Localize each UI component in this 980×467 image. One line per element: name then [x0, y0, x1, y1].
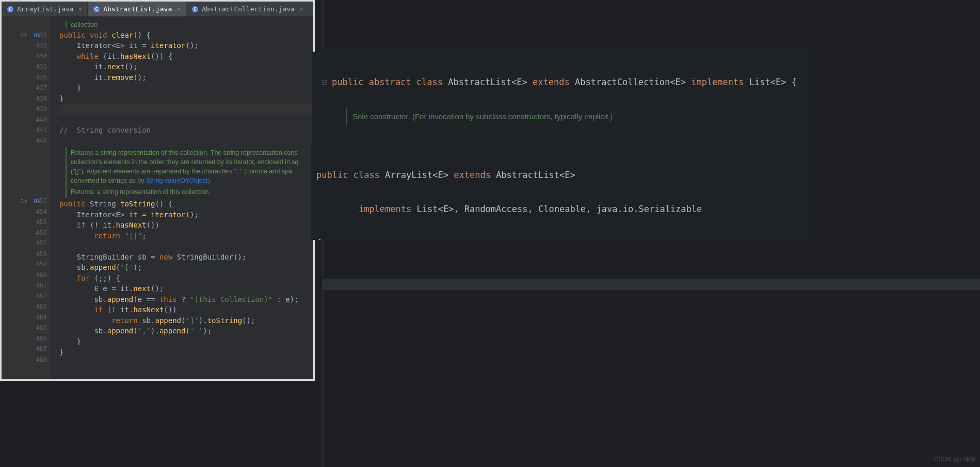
code-line[interactable]: Iterator<E> it = iterator();	[59, 210, 313, 220]
code-line[interactable]: E e = it.next();	[59, 283, 313, 294]
line-gutter: 432o↑o↓433434435436437438439440441442453…	[2, 17, 51, 379]
editor-area[interactable]: 432o↑o↓433434435436437438439440441442453…	[2, 17, 313, 379]
close-icon[interactable]: ×	[177, 6, 181, 12]
class-icon: C	[191, 6, 199, 13]
class-icon: C	[314, 6, 315, 13]
selection-highlight	[322, 279, 980, 290]
javadoc-text: Sole constructor. (For invocation by sub…	[346, 108, 613, 125]
javadoc-block: Returns a string representation of this …	[66, 147, 313, 198]
code-line[interactable]: for (;;) {	[59, 273, 313, 284]
code-line[interactable]: // String conversion	[59, 125, 313, 136]
close-icon[interactable]: ×	[79, 6, 83, 12]
code-line[interactable]: it.next();	[59, 61, 313, 72]
code-line[interactable]: }	[59, 347, 313, 358]
tab-label: ArrayList.java	[17, 5, 74, 13]
code-line[interactable]: Iterator<E> it = iterator();	[59, 40, 313, 51]
javadoc-stub: collection	[66, 21, 98, 28]
close-icon[interactable]: ×	[300, 6, 303, 12]
code-line[interactable]: StringBuilder sb = new StringBuilder();	[59, 252, 313, 263]
code-line[interactable]	[59, 136, 313, 147]
code-line[interactable]	[59, 115, 313, 125]
watermark-text: CSDN @E绵绵	[934, 455, 976, 464]
svg-text:C: C	[194, 7, 196, 12]
code-line[interactable]: sb.append(',').append(' ');	[59, 326, 313, 336]
code-line[interactable]: public String toString() {	[59, 199, 313, 210]
tab-label: AbstractList.java	[103, 5, 172, 13]
class-icon: C	[7, 6, 14, 13]
code-line[interactable]: }	[59, 336, 313, 347]
code-line[interactable]	[59, 358, 313, 368]
code-line[interactable]: }	[59, 83, 313, 93]
tab-arraylist[interactable]: CArrayList.java×	[2, 2, 88, 17]
svg-text:C: C	[95, 7, 98, 12]
code-content[interactable]: collectionpublic void clear() { Iterator…	[51, 17, 313, 379]
svg-text:C: C	[9, 7, 11, 12]
guide-line	[887, 0, 887, 467]
code-line[interactable]: }	[59, 93, 313, 104]
code-line[interactable]: if (! it.hasNext())	[59, 304, 313, 315]
snippet-abstractlist: ⊟public abstract class AbstractList<E> e…	[312, 52, 810, 144]
code-line[interactable]: while (it.hasNext()) {	[59, 51, 313, 62]
editor-window: CArrayList.java×CAbstractList.java×CAbst…	[0, 0, 315, 381]
code-line[interactable]: return "[]";	[59, 231, 313, 241]
tab-label: AbstractCollection.java	[202, 5, 295, 13]
code-line[interactable]: sb.append('[');	[59, 262, 313, 273]
code-line[interactable]	[59, 104, 313, 115]
tab-abstractlist[interactable]: CAbstractList.java×	[88, 2, 186, 17]
tab-bar: CArrayList.java×CAbstractList.java×CAbst…	[2, 2, 313, 17]
tab-abstractcollection[interactable]: CAbstractCollection.java×	[186, 2, 309, 17]
code-line[interactable]	[59, 241, 313, 252]
class-icon: C	[93, 6, 100, 13]
code-line[interactable]: it.remove();	[59, 72, 313, 83]
snippet-arraylist: public class ArrayList<E> extends Abstra…	[311, 144, 809, 240]
code-line[interactable]: return sb.append(']').toString();	[59, 315, 313, 326]
code-line[interactable]: if (! it.hasNext())	[59, 220, 313, 231]
code-line[interactable]: public void clear() {	[59, 30, 313, 41]
tab-main[interactable]: CMain.java×	[309, 2, 315, 17]
code-line[interactable]: sb.append(e == this ? "(this Collection)…	[59, 294, 313, 305]
